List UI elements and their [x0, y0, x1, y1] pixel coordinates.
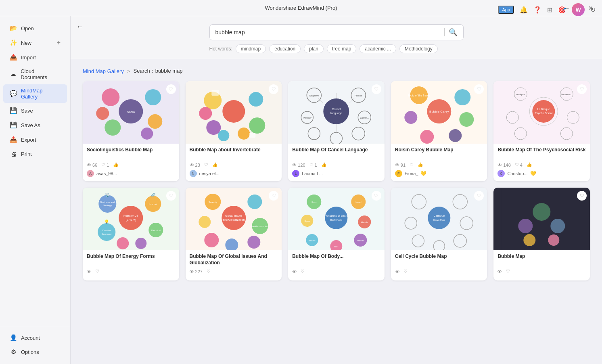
hot-tag-academic[interactable]: academic ...: [360, 44, 396, 53]
card-thumbup-4: 👍: [418, 162, 423, 167]
svg-point-3: [148, 114, 162, 129]
search-input[interactable]: [215, 29, 440, 36]
author-avatar-1: A: [87, 170, 94, 177]
print-icon: 🖨: [10, 151, 17, 157]
card-views-3: 👁 120: [292, 163, 305, 167]
sidebar-item-print[interactable]: 🖨 Print: [3, 147, 67, 161]
svg-text:Global Issues: Global Issues: [225, 214, 242, 217]
card-image-10: ♡ Duplicate: [493, 188, 590, 250]
svg-text:Hands: Hands: [361, 221, 368, 224]
sidebar-item-save[interactable]: 💾 Save: [3, 104, 67, 117]
card-meta-3: 👁 120 ♡ 1 👍: [292, 162, 380, 167]
svg-point-60: [98, 195, 116, 213]
svg-text:Pollution JT: Pollution JT: [123, 214, 138, 217]
svg-point-57: [119, 206, 143, 230]
sidebar-item-cloud[interactable]: ☁ Cloud Documents: [3, 65, 67, 84]
sidebar-item-account[interactable]: 👤 Account: [3, 331, 67, 345]
card-meta-5: 👁 148 ♡ 4 👍: [497, 162, 586, 167]
back-button[interactable]: ←: [73, 19, 87, 34]
card-image-9: Catfish/e Dawg Map ♡ Duplicate: [391, 188, 487, 250]
card-title-4: Roisin Carey Bubble Map: [395, 147, 483, 160]
sidebar-item-export[interactable]: 📤 Export: [3, 133, 67, 146]
card-likes-7: ♡: [207, 269, 211, 274]
search-button[interactable]: 🔍: [449, 28, 458, 37]
card-title-5: Bubble Map Of The Psychosocial Risk: [497, 147, 586, 160]
svg-point-117: [551, 219, 565, 233]
card-roisin[interactable]: Bubble Carey Topic of the frame ♡ Duplic…: [391, 81, 487, 181]
svg-text:Head: Head: [355, 201, 361, 203]
breadcrumb: Mind Map Gallery > Search：bubble map: [83, 67, 590, 75]
card-image-2: ♡ Duplicate: [186, 81, 282, 144]
author-avatar-3: L: [292, 170, 299, 177]
card-cancel-language[interactable]: Cancel language: [288, 81, 385, 181]
hot-tag-plan[interactable]: plan: [304, 44, 324, 53]
refresh-icon[interactable]: ↻: [590, 6, 596, 14]
sidebar-item-import[interactable]: 📥 Import: [3, 50, 67, 64]
cloud-icon: ☁: [10, 71, 17, 78]
hot-words-bar: Hot words: mindmap education plan tree m…: [209, 44, 464, 53]
sidebar-item-open[interactable]: 📂 Open: [3, 21, 67, 35]
card-psychosocial[interactable]: Le Risque Psycho Social Analyse Reconna.…: [493, 81, 590, 181]
breadcrumb-current: Search：bubble map: [133, 67, 182, 75]
hot-tag-education[interactable]: education: [269, 44, 301, 53]
author-avatar-2: N: [190, 170, 197, 177]
breadcrumb-gallery[interactable]: Mind Map Gallery: [83, 68, 124, 74]
card-energy[interactable]: Pollution JT (EPS-V) Business and Strate…: [83, 188, 179, 280]
app-button[interactable]: App: [498, 6, 514, 14]
export-icon: 📤: [10, 136, 17, 143]
sidebar-label-new: New: [21, 40, 31, 46]
card-author-3: L Lauma L...: [292, 170, 380, 177]
card-heart-8[interactable]: ♡: [372, 191, 381, 201]
card-heart-2[interactable]: ♡: [269, 84, 278, 94]
svg-point-8: [222, 100, 245, 123]
card-heart-6[interactable]: ♡: [166, 191, 176, 201]
card-likes-6: ♡: [95, 269, 99, 274]
card-title-1: Sociolinguistics Bubble Map: [87, 147, 175, 160]
card-body[interactable]: Functions of Basic Body Parts Ears Head: [288, 188, 385, 280]
app-title: Wondershare EdrawMind (Pro): [265, 5, 337, 11]
sidebar-item-mindmap[interactable]: 💬 MindMap Gallery: [3, 84, 67, 103]
hot-tag-mindmap[interactable]: mindmap: [236, 44, 266, 53]
card-views-9: 👁: [395, 269, 399, 274]
author-name-3: Lauma L...: [302, 171, 323, 176]
sidebar-item-new[interactable]: ✨ New +: [3, 36, 67, 50]
card-invertebrate[interactable]: ♡ Duplicate Bubble Map about Invertebrat…: [186, 81, 282, 181]
card-sociolinguistics[interactable]: Socio ♡ Duplicate Sociolinguistics Bubbl…: [83, 81, 179, 181]
settings-icon[interactable]: 🎯: [558, 6, 566, 14]
svg-text:Catfish/e: Catfish/e: [433, 214, 445, 217]
card-title-3: Bubble Map Of Cancel Language: [292, 147, 380, 160]
user-avatar[interactable]: W: [572, 3, 585, 16]
search-bar: 🔍: [209, 24, 464, 40]
card-heart-5[interactable]: ♡: [577, 84, 587, 94]
svg-point-51: [567, 111, 579, 123]
card-meta-6: 👁 ♡: [87, 269, 175, 274]
card-heart-3[interactable]: ♡: [372, 84, 381, 94]
card-image-1: Socio ♡ Duplicate: [83, 81, 179, 144]
card-info-9: Cell Cycle Bubble Map 👁 ♡: [391, 250, 487, 280]
card-heart-1[interactable]: ♡: [166, 84, 176, 94]
grid-icon[interactable]: ⊞: [547, 6, 552, 14]
card-info-6: Bubble Map Of Energy Forms 👁 ♡: [83, 250, 179, 280]
help-icon[interactable]: ❓: [533, 6, 541, 14]
card-dark-bubble[interactable]: ♡ Duplicate Bubble Map 👁 ♡: [493, 188, 590, 280]
card-thumbup-5: 👍: [527, 162, 532, 167]
card-info-8: Bubble Map Of Body... 👁 ♡: [288, 250, 385, 280]
svg-point-39: [454, 89, 470, 105]
svg-text:Creative: Creative: [102, 229, 111, 232]
sidebar-item-options[interactable]: ⚙ Options: [3, 345, 67, 359]
svg-text:Psycho Social: Psycho Social: [535, 112, 553, 115]
card-info-1: Sociolinguistics Bubble Map 👁 66 ♡ 1 👍 A…: [83, 144, 179, 181]
card-heart-10[interactable]: ♡: [577, 191, 587, 201]
card-cell-cycle[interactable]: Catfish/e Dawg Map ♡ Duplicate: [391, 188, 487, 280]
card-heart-7[interactable]: ♡: [269, 191, 278, 201]
hot-tag-treemap[interactable]: tree map: [327, 44, 356, 53]
card-globalization[interactable]: Global Issues and Globalization Families…: [186, 188, 282, 280]
svg-point-75: [222, 206, 246, 230]
sidebar-item-saveas[interactable]: 💾 Save As: [3, 118, 67, 132]
sidebar-label-saveas: Save As: [21, 122, 40, 128]
card-image-5: Le Risque Psycho Social Analyse Reconna.…: [493, 81, 590, 144]
card-image-8: Functions of Basic Body Parts Ears Head: [288, 188, 385, 250]
sidebar-label-cloud: Cloud Documents: [21, 68, 61, 80]
notification-bell-icon[interactable]: 🔔: [520, 6, 528, 14]
hot-tag-methodology[interactable]: Methodology: [399, 44, 438, 53]
